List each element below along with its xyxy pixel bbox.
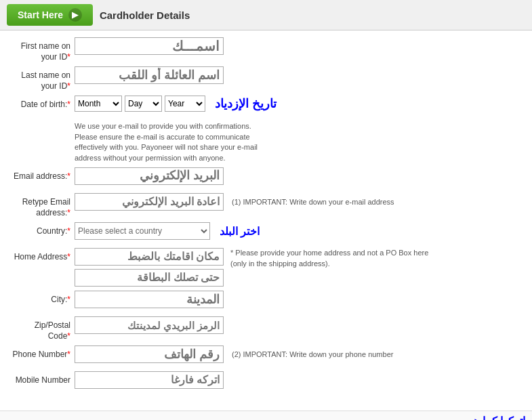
home-address-input-1[interactable] — [75, 248, 224, 266]
city-row: City:* — [10, 291, 522, 312]
start-here-label: Start Here — [18, 9, 63, 20]
retype-email-input[interactable] — [75, 193, 224, 211]
email-label: Email address:* — [10, 167, 75, 182]
page-header: Start Here ▶ Cardholder Details — [0, 0, 532, 30]
email-input[interactable] — [75, 167, 224, 185]
dob-field: Month Day Year تاريخ الإزدياد — [75, 96, 522, 112]
arabic-leave-label: اتركها كما هي — [7, 415, 525, 420]
start-here-button[interactable]: Start Here ▶ — [7, 4, 93, 26]
first-name-field — [75, 37, 522, 55]
last-name-input[interactable] — [75, 66, 224, 84]
email-field — [75, 167, 522, 185]
phone-note: (2) IMPORTANT: Write down your phone num… — [232, 350, 393, 358]
dob-day-select[interactable]: Day — [125, 96, 162, 112]
dob-row: Date of birth:* Month Day Year تاريخ الإ… — [10, 96, 522, 117]
zip-input[interactable] — [75, 316, 224, 334]
mobile-input[interactable] — [75, 371, 224, 389]
last-name-label: Last name on your ID* — [10, 66, 75, 91]
page-title: Cardholder Details — [100, 9, 190, 21]
phone-input[interactable] — [75, 345, 224, 363]
city-input[interactable] — [75, 291, 224, 308]
retype-email-field: (1) IMPORTANT: Write down your e-mail ad… — [75, 193, 522, 211]
home-address-label: Home Address* — [10, 248, 75, 263]
home-address-note: * Please provide your home address and n… — [230, 248, 434, 269]
retype-email-row: Retype Email address:* (1) IMPORTANT: Wr… — [10, 193, 522, 218]
phone-row: Phone Number* (2) IMPORTANT: Write down … — [10, 345, 522, 367]
mobile-row: Mobile Number — [10, 371, 522, 393]
last-name-row: Last name on your ID* — [10, 66, 522, 91]
mobile-label: Mobile Number — [10, 371, 75, 386]
country-field: Please select a country اختر البلد — [75, 222, 522, 240]
first-name-row: First name on your ID* — [10, 37, 522, 62]
first-name-input[interactable] — [75, 37, 224, 55]
country-row: Country:* Please select a country اختر ا… — [10, 222, 522, 244]
city-label: City:* — [10, 291, 75, 306]
retype-email-label: Retype Email address:* — [10, 193, 75, 218]
zip-label: Zip/Postal Code* — [10, 316, 75, 341]
email-info-text: We use your e-mail to provide you with c… — [75, 121, 264, 163]
dob-month-select[interactable]: Month — [75, 96, 122, 112]
home-address-inputs — [75, 248, 224, 287]
first-name-label: First name on your ID* — [10, 37, 75, 62]
last-name-field — [75, 66, 522, 84]
dob-arabic-label: تاريخ الإزدياد — [215, 96, 277, 111]
dob-selects: Month Day Year — [75, 96, 205, 112]
email-row: Email address:* — [10, 167, 522, 189]
phone-label: Phone Number* — [10, 345, 75, 360]
zip-field — [75, 316, 522, 334]
country-arabic-label: اختر البلد — [220, 225, 260, 238]
country-select[interactable]: Please select a country — [75, 222, 210, 240]
checkbox-section: اتركها كما هي Click here and fill in thi… — [0, 411, 532, 420]
main-form: First name on your ID* Last name on your… — [0, 30, 532, 404]
country-label: Country:* — [10, 222, 75, 237]
dob-label: Date of birth:* — [10, 96, 75, 110]
zip-row: Zip/Postal Code* — [10, 316, 522, 341]
retype-email-note: (1) IMPORTANT: Write down your e-mail ad… — [232, 198, 394, 206]
phone-field: (2) IMPORTANT: Write down your phone num… — [75, 345, 522, 363]
home-address-block: Home Address* * Please provide your home… — [10, 248, 522, 287]
mobile-field — [75, 371, 522, 389]
home-address-input-2[interactable] — [75, 269, 224, 287]
arrow-icon: ▶ — [68, 8, 82, 22]
dob-year-select[interactable]: Year — [165, 96, 205, 112]
city-field — [75, 291, 522, 308]
